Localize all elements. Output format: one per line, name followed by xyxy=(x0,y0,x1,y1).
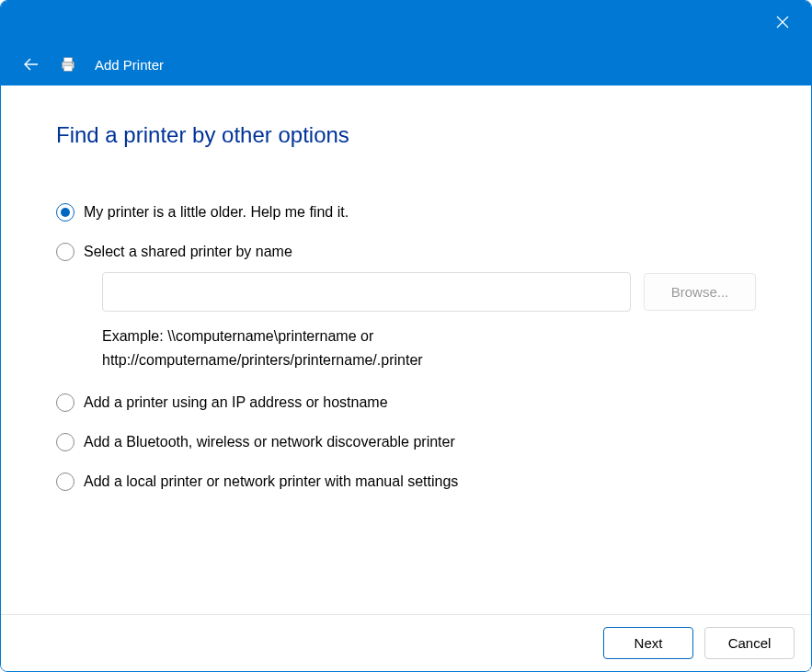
back-arrow-icon xyxy=(23,56,40,73)
radio-label: Add a local printer or network printer w… xyxy=(84,473,458,490)
radio-label: Select a shared printer by name xyxy=(84,244,292,260)
close-button[interactable] xyxy=(769,8,796,36)
radio-icon xyxy=(56,393,74,412)
header: Add Printer xyxy=(1,43,811,85)
svg-rect-5 xyxy=(63,66,72,72)
radio-option-bluetooth-network[interactable]: Add a Bluetooth, wireless or network dis… xyxy=(56,433,756,451)
printer-icon xyxy=(58,54,78,74)
content-area: Find a printer by other options My print… xyxy=(1,85,811,614)
radio-label: My printer is a little older. Help me fi… xyxy=(84,204,349,221)
footer: Next Cancel xyxy=(1,614,811,671)
next-button[interactable]: Next xyxy=(603,627,693,659)
svg-rect-4 xyxy=(63,58,72,63)
radio-icon xyxy=(56,243,74,261)
close-icon xyxy=(776,16,789,28)
printer-options-group: My printer is a little older. Help me fi… xyxy=(56,203,756,512)
shared-printer-input-row: Browse... xyxy=(102,272,756,312)
radio-option-shared-printer[interactable]: Select a shared printer by name xyxy=(56,243,756,261)
radio-label: Add a printer using an IP address or hos… xyxy=(84,394,388,411)
titlebar xyxy=(1,1,811,43)
radio-icon xyxy=(56,203,74,222)
back-button[interactable] xyxy=(21,54,41,74)
shared-printer-subsection: Browse... Example: \\computername\printe… xyxy=(102,272,756,371)
radio-option-local-manual[interactable]: Add a local printer or network printer w… xyxy=(56,473,756,491)
radio-label: Add a Bluetooth, wireless or network dis… xyxy=(84,434,455,450)
radio-option-older-printer[interactable]: My printer is a little older. Help me fi… xyxy=(56,203,756,222)
page-title: Find a printer by other options xyxy=(56,122,756,148)
radio-icon xyxy=(56,433,74,451)
cancel-button[interactable]: Cancel xyxy=(704,627,795,659)
svg-point-6 xyxy=(72,63,73,63)
example-text: Example: \\computername\printername or h… xyxy=(102,325,562,371)
radio-icon xyxy=(56,473,74,491)
add-printer-wizard: Add Printer Find a printer by other opti… xyxy=(0,0,812,672)
radio-option-ip-hostname[interactable]: Add a printer using an IP address or hos… xyxy=(56,393,756,412)
browse-button[interactable]: Browse... xyxy=(644,273,756,311)
header-title: Add Printer xyxy=(95,57,164,73)
shared-printer-name-input[interactable] xyxy=(102,272,631,312)
